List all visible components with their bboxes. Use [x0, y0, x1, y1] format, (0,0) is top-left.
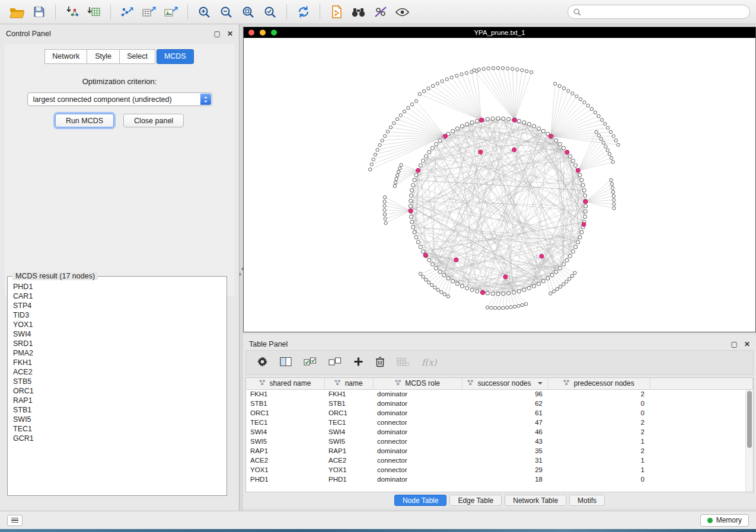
table-scrollbar[interactable] [745, 390, 753, 492]
zoom-selected-button[interactable] [259, 2, 281, 21]
table-cell[interactable]: FKH1 [324, 389, 373, 399]
table-cell[interactable]: 1 [548, 456, 650, 465]
table-cell[interactable]: 2 [548, 427, 650, 437]
export-image-button[interactable] [160, 2, 182, 21]
mcds-result-item[interactable]: TEC1 [13, 424, 227, 434]
zoom-out-button[interactable] [215, 2, 237, 21]
table-cell[interactable]: RAP1 [324, 446, 373, 456]
table-cell[interactable]: 0 [548, 475, 650, 484]
find-button[interactable] [347, 2, 369, 21]
table-cell[interactable]: PHD1 [246, 475, 324, 484]
tab-style[interactable]: Style [87, 49, 120, 64]
table-cell[interactable]: 62 [462, 399, 548, 408]
table-row[interactable]: STB1STB1dominator620 [246, 399, 753, 408]
table-cell[interactable] [650, 418, 753, 427]
table-cell[interactable]: 29 [462, 465, 548, 475]
tab-node-table[interactable]: Node Table [394, 495, 447, 506]
mcds-result-item[interactable]: STB1 [13, 405, 227, 415]
table-cell[interactable]: 96 [462, 389, 548, 399]
table-cell[interactable]: ORC1 [324, 408, 373, 418]
table-cell[interactable]: 0 [548, 399, 650, 408]
table-cell[interactable]: dominator [373, 446, 462, 456]
table-cell[interactable] [650, 475, 753, 484]
add-column-button[interactable] [353, 357, 363, 368]
column-header-predecessor-nodes[interactable]: predecessor nodes [548, 378, 650, 389]
mcds-result-item[interactable]: SRD1 [13, 339, 227, 348]
table-cell[interactable]: 0 [548, 408, 650, 418]
table-cell[interactable] [650, 446, 753, 456]
column-header-shared-name[interactable]: shared name [246, 378, 324, 389]
column-header-name[interactable]: name [324, 378, 373, 389]
zoom-in-button[interactable] [193, 2, 215, 21]
table-cell[interactable]: ORC1 [246, 408, 324, 418]
show-graphics-button[interactable] [391, 2, 413, 21]
table-cell[interactable]: FKH1 [246, 389, 324, 399]
maximize-window-icon[interactable] [271, 30, 277, 36]
column-header-successor-nodes[interactable]: successor nodes [462, 378, 548, 389]
table-row[interactable]: PHD1PHD1dominator180 [246, 475, 753, 484]
table-cell[interactable]: dominator [373, 389, 462, 399]
mcds-result-item[interactable]: SWI5 [13, 415, 227, 424]
minimize-window-icon[interactable] [260, 30, 266, 36]
mcds-result-item[interactable]: GCR1 [13, 434, 227, 443]
table-cell[interactable]: 18 [462, 475, 548, 484]
mcds-result-item[interactable]: YOX1 [13, 320, 227, 329]
column-header-mcds-role[interactable]: MCDS role [373, 378, 462, 389]
hide-graphics-button[interactable] [369, 2, 391, 21]
float-table-panel-icon[interactable]: ▢ [731, 341, 738, 347]
scrollbar-thumb[interactable] [747, 391, 752, 448]
tab-mcds[interactable]: MCDS [157, 49, 194, 64]
mcds-result-item[interactable]: SWI4 [13, 329, 227, 339]
mcds-result-item[interactable]: RAP1 [13, 396, 227, 405]
function-builder-button[interactable]: f(x) [422, 357, 437, 368]
mcds-result-item[interactable]: TID3 [13, 310, 227, 320]
table-cell[interactable]: dominator [373, 408, 462, 418]
table-cell[interactable]: SWI4 [246, 427, 324, 437]
table-cell[interactable]: ACE2 [324, 456, 373, 465]
import-network-button[interactable] [61, 2, 83, 21]
run-mcds-button[interactable]: Run MCDS [55, 114, 114, 127]
table-cell[interactable]: SWI5 [246, 437, 324, 446]
select-all-rows-button[interactable] [304, 357, 317, 368]
close-panel-button[interactable]: Close panel [123, 114, 184, 127]
table-cell[interactable]: RAP1 [246, 446, 324, 456]
toolbar-search[interactable] [567, 5, 750, 19]
table-row[interactable]: FKH1FKH1dominator962 [246, 389, 753, 399]
tab-select[interactable]: Select [119, 49, 155, 64]
table-row[interactable]: ORC1ORC1dominator610 [246, 408, 753, 418]
table-cell[interactable]: 2 [548, 446, 650, 456]
table-cell[interactable]: 35 [462, 446, 548, 456]
table-cell[interactable] [650, 389, 753, 399]
table-cell[interactable]: 1 [548, 465, 650, 475]
table-cell[interactable]: 31 [462, 456, 548, 465]
table-cell[interactable]: 43 [462, 437, 548, 446]
table-cell[interactable]: dominator [373, 399, 462, 408]
search-input[interactable] [585, 8, 744, 16]
close-table-panel-icon[interactable]: ✕ [744, 341, 750, 347]
table-cell[interactable]: ACE2 [246, 456, 324, 465]
table-row[interactable]: YOX1YOX1connector291 [246, 465, 753, 475]
table-cell[interactable]: 61 [462, 408, 548, 418]
table-cell[interactable]: connector [373, 465, 462, 475]
table-cell[interactable]: connector [373, 437, 462, 446]
table-cell[interactable]: STB1 [246, 399, 324, 408]
delete-rows-button[interactable] [375, 356, 385, 369]
table-cell[interactable]: 47 [462, 418, 548, 427]
mcds-result-item[interactable]: PMA2 [13, 348, 227, 358]
close-window-icon[interactable] [248, 30, 254, 36]
table-cell[interactable] [650, 456, 753, 465]
unselect-all-rows-button[interactable] [328, 357, 342, 368]
mcds-result-item[interactable]: PHD1 [13, 282, 227, 291]
tab-network-table[interactable]: Network Table [505, 495, 566, 506]
show-column-button[interactable] [280, 357, 292, 368]
table-cell[interactable]: 46 [462, 427, 548, 437]
refresh-layout-button[interactable] [292, 2, 314, 21]
save-session-button[interactable] [28, 2, 50, 21]
table-cell[interactable]: TEC1 [324, 418, 373, 427]
table-settings-button[interactable] [257, 356, 268, 369]
panel-menu-button[interactable] [7, 515, 23, 526]
optimization-criterion-select[interactable]: largest connected component (undirected) [27, 92, 212, 106]
mcds-result-list[interactable]: PHD1CAR1STP4TID3YOX1SWI4SRD1PMA2FKH1ACE2… [8, 277, 227, 489]
table-row[interactable]: ACE2ACE2connector311 [246, 456, 753, 465]
table-cell[interactable]: SWI4 [324, 427, 373, 437]
